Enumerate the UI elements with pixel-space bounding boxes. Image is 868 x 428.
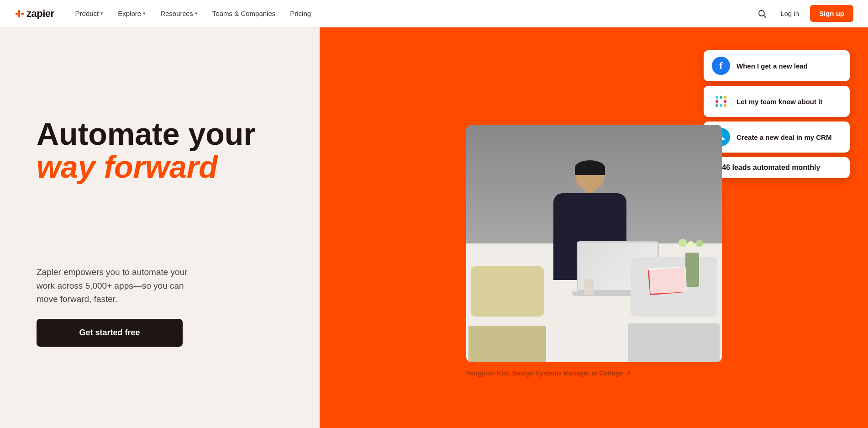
external-link-icon: ↗: [626, 370, 631, 377]
logo[interactable]: zapier: [15, 8, 54, 20]
card-2-text: Let my team know about it: [736, 98, 822, 106]
page-wrapper: Automate your way forward Zapier empower…: [0, 0, 868, 428]
nav-product[interactable]: Product ▾: [69, 6, 110, 21]
svg-rect-14: [724, 104, 726, 107]
automation-card-2: Let my team know about it: [704, 86, 850, 117]
stats-card: 2,546 leads automated monthly: [704, 157, 850, 178]
nav-pricing[interactable]: Pricing: [284, 6, 317, 21]
automation-card-3: ☁ Create a new deal in my CRM: [704, 122, 850, 153]
hero-heading-orange: way forward: [37, 149, 218, 184]
login-button[interactable]: Log in: [773, 6, 806, 21]
svg-line-6: [764, 16, 766, 17]
card-3-text: Create a new deal in my CRM: [736, 133, 831, 141]
photo-caption: Yongjoon Kim, Design Systems Manager at …: [466, 370, 722, 377]
search-icon[interactable]: [755, 6, 769, 21]
chevron-down-icon: ▾: [100, 11, 103, 16]
nav-explore[interactable]: Explore ▾: [111, 6, 152, 21]
stats-text: 2,546 leads automated monthly: [712, 164, 820, 171]
svg-rect-9: [720, 96, 722, 99]
automation-card-1: f When I get a new lead: [704, 50, 850, 81]
svg-rect-11: [724, 100, 726, 103]
svg-rect-2: [18, 15, 20, 17]
svg-rect-8: [715, 96, 718, 99]
signup-button[interactable]: Sign up: [810, 5, 853, 22]
hero-left-panel: Automate your way forward Zapier empower…: [0, 27, 320, 428]
svg-rect-10: [724, 96, 726, 99]
nav-teams[interactable]: Teams & Companies: [206, 6, 282, 21]
svg-rect-4: [18, 13, 20, 15]
svg-rect-7: [715, 100, 718, 103]
hero-photo: [466, 125, 722, 362]
chevron-down-icon: ▾: [195, 11, 198, 16]
facebook-icon: f: [712, 57, 730, 75]
nav-resources[interactable]: Resources ▾: [154, 6, 204, 21]
svg-rect-3: [21, 13, 24, 15]
zapier-logo-icon: [15, 9, 24, 18]
get-started-button[interactable]: Get started free: [37, 319, 183, 347]
navbar: zapier Product ▾ Explore ▾ Resources ▾ T…: [0, 0, 868, 27]
hero-subtext: Zapier empowers you to automate your wor…: [37, 265, 192, 306]
nav-links: Product ▾ Explore ▾ Resources ▾ Teams & …: [69, 6, 318, 21]
chevron-down-icon: ▾: [143, 11, 146, 16]
svg-rect-0: [16, 13, 18, 15]
zapier-wordmark: zapier: [26, 8, 54, 20]
card-1-text: When I get a new lead: [736, 62, 808, 70]
svg-rect-1: [18, 10, 20, 13]
hero-heading: Automate your way forward: [37, 118, 283, 183]
svg-point-5: [759, 11, 764, 16]
hero-right-panel: f When I get a new lead: [320, 27, 868, 428]
automation-cards: f When I get a new lead: [704, 50, 850, 178]
